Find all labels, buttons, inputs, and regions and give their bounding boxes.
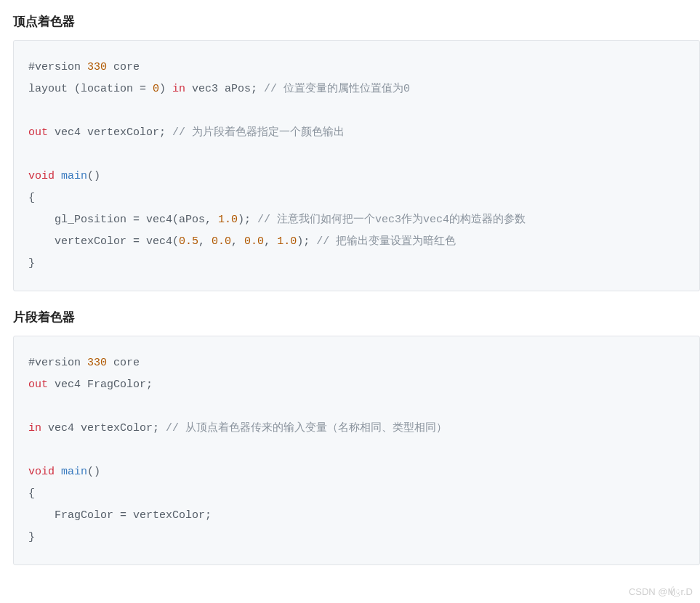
vertex-shader-code-block: #version 330 core layout (location = 0) … xyxy=(13,40,700,291)
code-text: ) xyxy=(159,83,172,95)
code-keyword: in xyxy=(28,422,41,434)
fragment-shader-code: #version 330 core out vec4 FragColor; in… xyxy=(28,352,685,549)
code-text: FragColor = vertexColor; xyxy=(28,509,212,522)
code-text: { xyxy=(28,192,35,204)
code-comment: // 为片段着色器指定一个颜色输出 xyxy=(172,126,345,139)
code-text: , xyxy=(198,235,212,248)
code-text: { xyxy=(28,487,35,500)
code-number: 330 xyxy=(87,61,107,73)
code-text: vec4 vertexColor; xyxy=(48,126,172,139)
vertex-shader-title: 顶点着色器 xyxy=(13,13,700,30)
code-keyword: in xyxy=(172,83,185,95)
code-number: 330 xyxy=(87,357,107,369)
code-text: , xyxy=(231,235,244,248)
code-text: core xyxy=(113,61,140,73)
code-number: 0.5 xyxy=(179,235,198,248)
code-function: main xyxy=(61,466,87,478)
code-text: vec3 aPos; xyxy=(185,83,264,95)
code-text: vertexColor = vec4( xyxy=(28,235,179,248)
fragment-shader-title: 片段着色器 xyxy=(13,309,700,325)
code-text: vec4 FragColor; xyxy=(48,379,153,391)
code-text: ); xyxy=(297,235,316,248)
code-number: 0.0 xyxy=(244,235,264,248)
code-comment: // 把输出变量设置为暗红色 xyxy=(316,235,456,248)
fragment-shader-code-block: #version 330 core out vec4 FragColor; in… xyxy=(13,336,700,565)
code-number: 0 xyxy=(153,83,159,95)
code-text: layout (location = xyxy=(28,83,153,95)
code-text: core xyxy=(113,357,140,369)
code-comment: // 位置变量的属性位置值为0 xyxy=(264,83,410,95)
code-text xyxy=(55,466,61,478)
code-text: , xyxy=(264,235,277,248)
code-text: vec4 vertexColor; xyxy=(41,422,166,434)
code-text: #version xyxy=(28,357,81,369)
vertex-shader-code: #version 330 core layout (location = 0) … xyxy=(28,57,685,275)
code-text: } xyxy=(28,531,35,543)
code-keyword: out xyxy=(28,379,48,391)
code-text: () xyxy=(87,170,100,182)
code-keyword: void xyxy=(28,170,55,182)
code-text: #version xyxy=(28,61,81,73)
code-number: 0.0 xyxy=(212,235,231,248)
code-text: () xyxy=(87,466,100,478)
code-number: 1.0 xyxy=(218,214,238,226)
code-text: gl_Position = vec4(aPos, xyxy=(28,214,218,226)
code-comment: // 注意我们如何把一个vec3作为vec4的构造器的参数 xyxy=(257,214,526,226)
code-keyword: out xyxy=(28,126,48,139)
code-keyword: void xyxy=(28,466,55,478)
code-comment: // 从顶点着色器传来的输入变量（名称相同、类型相同） xyxy=(166,422,447,434)
code-text xyxy=(55,170,61,182)
code-text: ); xyxy=(238,214,257,226)
code-function: main xyxy=(61,170,87,182)
code-text: } xyxy=(28,257,35,270)
code-number: 1.0 xyxy=(277,235,297,248)
